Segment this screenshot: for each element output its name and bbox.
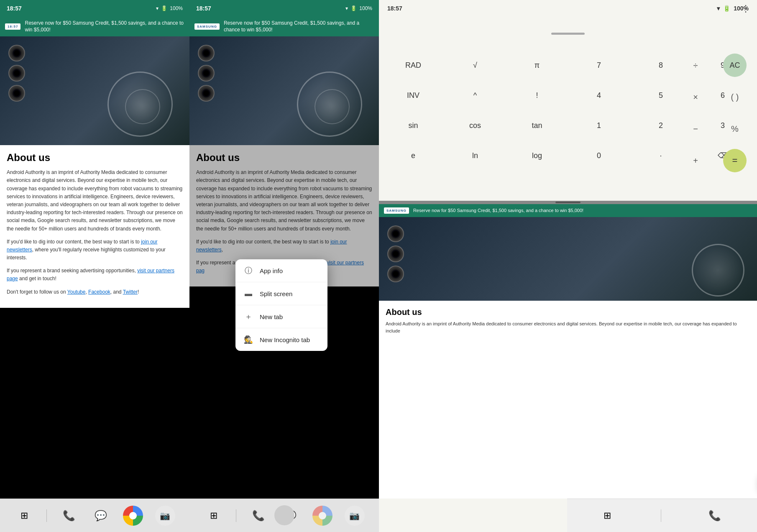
browser-hero-image: [379, 217, 757, 301]
wifi-icon: ▾: [156, 5, 159, 11]
calc-btn-log[interactable]: log: [506, 141, 568, 171]
phone-panel-1: 18:57 ▾ 🔋 100% 18:57 Reserve now for $50…: [0, 0, 189, 532]
calc-btn-sqrt[interactable]: √: [444, 50, 506, 80]
calc-btn-4[interactable]: 4: [568, 80, 630, 110]
divider-handle: [555, 202, 581, 203]
newsletter-link[interactable]: join our newsletters: [7, 239, 158, 253]
about-paragraph-1: Android Authority is an imprint of Autho…: [7, 169, 183, 233]
about-paragraph-3: If you represent a brand seeking adverti…: [7, 267, 183, 283]
split-nav-phone-icon[interactable]: 📞: [705, 506, 725, 526]
camera-lens-1: [8, 45, 25, 61]
incognito-icon: 🕵: [244, 335, 253, 344]
calc-btn-ac[interactable]: AC: [723, 54, 747, 77]
camera-lens-3: [8, 85, 25, 102]
split-screen-label: Split screen: [260, 290, 292, 297]
chrome-long-press-indicator: [274, 505, 294, 525]
battery-percent-1: 100%: [170, 5, 183, 11]
calc-btn-cos[interactable]: cos: [444, 110, 506, 141]
phone-panel-2: 18:57 ▾ 🔋 100% SAMSUNG Reserve now for $…: [189, 0, 379, 532]
calc-btn-divide[interactable]: ÷: [677, 50, 714, 80]
twitter-link[interactable]: Twitter: [123, 289, 138, 295]
calc-btn-inv[interactable]: INV: [382, 80, 444, 110]
calc-btn-ln[interactable]: ln: [444, 141, 506, 171]
calc-btn-multiply[interactable]: ×: [677, 82, 714, 112]
nav-camera-icon[interactable]: 📷: [155, 506, 175, 526]
camera-lens-4: [198, 45, 215, 61]
calc-wifi-icon: ▾: [717, 5, 720, 12]
nav-chrome-button-1[interactable]: [123, 506, 143, 526]
time-display-1: 18:57: [7, 5, 22, 12]
nav-phone-icon-2[interactable]: 📞: [248, 506, 269, 526]
calc-status-bar: 18:57 ▾ 🔋 100%: [379, 0, 757, 17]
calc-menu-dots[interactable]: ⋮: [741, 3, 750, 14]
info-circle-icon: ⓘ: [244, 266, 253, 275]
phone-hero-image-1: [0, 36, 189, 145]
calc-display-area: [379, 17, 757, 50]
page-number-1: 2: [7, 452, 26, 490]
calc-btn-equals[interactable]: =: [723, 149, 747, 172]
split-nav-divider: [661, 509, 661, 522]
about-paragraph-2b: If you'd like to dig into our content, t…: [196, 238, 372, 254]
nav-camera-icon-2[interactable]: 📷: [345, 506, 365, 526]
calc-btn-pi[interactable]: π: [506, 50, 568, 80]
camera-lens-2: [8, 65, 25, 82]
calc-btn-0[interactable]: 0: [568, 141, 630, 171]
calc-btn-e[interactable]: e: [382, 141, 444, 171]
camera-lens-7: [387, 225, 404, 242]
calc-btn-percent[interactable]: %: [716, 114, 754, 144]
context-menu: ⓘ App info ▬ Split screen ＋ New tab 🕵 Ne…: [235, 259, 327, 351]
nav-message-icon[interactable]: 💬: [91, 506, 111, 526]
context-menu-item-appinfo[interactable]: ⓘ App info: [235, 259, 327, 282]
samsung-banner-2[interactable]: SAMSUNG Reserve now for $50 Samsung Cred…: [189, 17, 379, 36]
calc-btn-tan[interactable]: tan: [506, 110, 568, 141]
context-menu-item-newtab[interactable]: ＋ New tab: [235, 305, 327, 328]
camera-module-3: [387, 225, 404, 282]
about-title-2: About us: [196, 152, 372, 164]
context-menu-item-incognito[interactable]: 🕵 New Incognito tab: [235, 328, 327, 351]
browser-about-text: Android Authority is an imprint of Autho…: [386, 320, 750, 334]
calc-operator-panel: ÷ AC × ( ) − % + =: [673, 50, 757, 176]
facebook-link[interactable]: Facebook: [88, 289, 110, 295]
nav-grid-icon[interactable]: ⊞: [14, 506, 34, 526]
battery-icon: 🔋: [161, 5, 167, 11]
samsung-banner-1[interactable]: 18:57 Reserve now for $50 Samsung Credit…: [0, 17, 189, 36]
nav-phone-icon[interactable]: 📞: [59, 506, 79, 526]
calc-btn-power[interactable]: ^: [444, 80, 506, 110]
new-tab-label: New tab: [260, 313, 283, 320]
calc-btn-factorial[interactable]: !: [506, 80, 568, 110]
browser-samsung-logo: SAMSUNG: [384, 207, 409, 214]
calc-btn-7[interactable]: 7: [568, 50, 630, 80]
context-menu-item-split[interactable]: ▬ Split screen: [235, 282, 327, 305]
browser-samsung-banner[interactable]: SAMSUNG Reserve now for $50 Samsung Cred…: [379, 204, 757, 217]
samsung-logo-1: 18:57: [5, 23, 20, 30]
calc-btn-minus[interactable]: −: [677, 114, 714, 144]
nav-grid-icon-2[interactable]: ⊞: [204, 506, 224, 526]
youtube-link[interactable]: Youtube: [67, 289, 86, 295]
about-title-1: About us: [7, 152, 183, 164]
calc-btn-plus[interactable]: +: [677, 146, 714, 176]
split-nav-grid-icon[interactable]: ⊞: [597, 506, 617, 526]
calc-btn-1[interactable]: 1: [568, 110, 630, 141]
newsletter-link-2[interactable]: join our newsletters: [196, 239, 347, 253]
content-area-1: About us Android Authority is an imprint…: [0, 145, 189, 308]
page-number-2: 2: [196, 452, 215, 490]
split-screen-panel: 18:57 ▾ 🔋 100% ⋮ RAD √ π 7 8 9 INV ^ ! 4: [379, 0, 757, 532]
calc-btn-parens[interactable]: ( ): [716, 82, 754, 112]
about-paragraph-2: If you'd like to dig into our content, t…: [7, 238, 183, 262]
calc-btn-rad[interactable]: RAD: [382, 50, 444, 80]
calc-btn-sin[interactable]: sin: [382, 110, 444, 141]
camera-lens-6: [198, 85, 215, 102]
browser-about-title: About us: [386, 307, 750, 317]
browser-section: SAMSUNG Reserve now for $50 Samsung Cred…: [379, 204, 757, 499]
samsung-banner-text-1: Reserve now for $50 Samsung Credit, $1,5…: [25, 20, 184, 33]
plus-icon: ＋: [244, 312, 253, 321]
phone-hero-image-2: [189, 36, 379, 145]
nav-divider-2: [236, 509, 236, 522]
about-paragraph-4: Don't forget to follow us on Youtube, Fa…: [7, 288, 183, 296]
split-divider[interactable]: [379, 201, 757, 204]
nav-chrome-button-2[interactable]: [312, 506, 332, 526]
calculator-section: 18:57 ▾ 🔋 100% ⋮ RAD √ π 7 8 9 INV ^ ! 4: [379, 0, 757, 201]
about-paragraph-2a: Android Authority is an imprint of Autho…: [196, 169, 372, 233]
time-display-2: 18:57: [196, 5, 211, 12]
partners-link[interactable]: visit our partners page: [7, 268, 174, 281]
